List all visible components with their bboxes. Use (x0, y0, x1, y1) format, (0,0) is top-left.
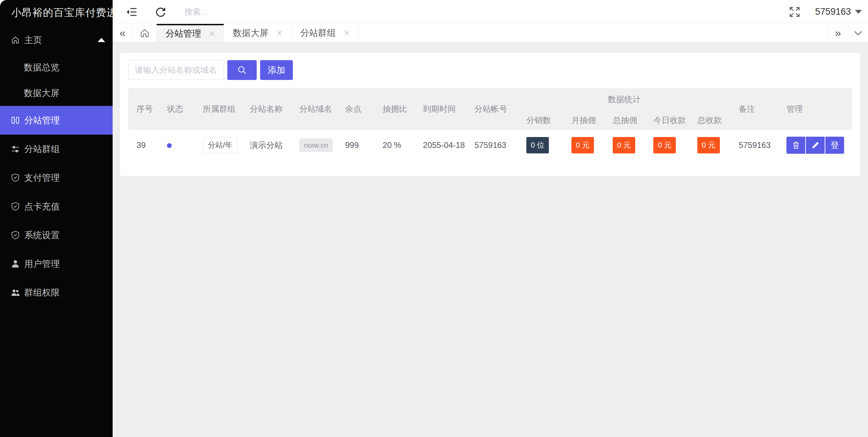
sidebar-item-user-manage[interactable]: 用户管理 (0, 249, 113, 278)
close-icon[interactable]: × (276, 28, 282, 38)
cell-month-commission: 0 元 (563, 130, 604, 161)
column-header-distributors: 分销数 (518, 111, 563, 130)
cell-ratio: 20 % (374, 130, 415, 161)
tabs-menu-icon[interactable] (848, 24, 868, 42)
cell-site-name: 演示分站 (242, 130, 291, 161)
topbar: 5759163 (113, 0, 868, 24)
table-row: 39 分站/年 演示分站 rxxw.cn 999 20 % 2055-04-18… (128, 130, 852, 161)
column-header-points: 余点 (337, 88, 374, 130)
sidebar-item-data-screen[interactable]: 数据大屏 (0, 80, 113, 106)
column-header-seq: 序号 (128, 88, 159, 130)
global-search-input[interactable] (184, 7, 286, 17)
brand-title: 小昂裕的百宝库付费进群 (0, 0, 113, 25)
edit-button[interactable] (806, 137, 825, 154)
shield-icon (11, 173, 20, 182)
tabs-scroll-right-icon[interactable]: » (828, 24, 848, 42)
column-header-site-name: 分站名称 (242, 88, 291, 130)
tab-label: 数据大屏 (233, 27, 268, 39)
column-header-remark: 备注 (730, 88, 778, 130)
sidebar-item-payment[interactable]: 支付管理 (0, 163, 113, 192)
column-header-group: 所属群组 (195, 88, 242, 130)
user-icon (11, 259, 20, 268)
distributors-badge: 0 位 (526, 137, 549, 153)
username: 5759163 (815, 6, 851, 17)
home-icon (11, 36, 20, 44)
cell-domain: rxxw.cn (291, 130, 337, 161)
content: 添加 序号 状态 所属群组 分站名称 (113, 42, 868, 437)
sidebar-item-label: 主页 (24, 34, 42, 46)
sidebar-item-label: 点卡充值 (24, 201, 60, 213)
sidebar-item-label: 数据总览 (24, 62, 59, 73)
sidebar-item-system-settings[interactable]: 系统设置 (0, 221, 113, 249)
refresh-icon[interactable] (154, 6, 167, 18)
cell-actions: 登 (778, 130, 852, 161)
action-button-group: 登 (786, 137, 844, 154)
sidebar-item-site-group[interactable]: 分站群组 (0, 135, 113, 163)
delete-button[interactable] (786, 137, 805, 154)
cell-expire: 2055-04-18 (415, 130, 466, 161)
column-header-domain: 分站域名 (291, 88, 337, 130)
site-manage-card: 添加 序号 状态 所属群组 分站名称 (120, 53, 860, 176)
status-dot (167, 143, 172, 148)
users-icon (11, 288, 20, 297)
collapse-caret-icon (98, 38, 105, 42)
sidebar-item-data-overview[interactable]: 数据总览 (0, 55, 113, 80)
shield-icon (11, 231, 20, 240)
sidebar-item-home[interactable]: 主页 (0, 25, 113, 55)
sidebar: 小昂裕的百宝库付费进群 主页 数据总览 数据大屏 分站管理 分站群组 (0, 0, 113, 437)
menu-fold-icon[interactable] (126, 6, 138, 18)
column-header-total-commission: 总抽佣 (604, 111, 645, 130)
fullscreen-icon[interactable] (788, 6, 801, 18)
app-window: 小昂裕的百宝库付费进群 主页 数据总览 数据大屏 分站管理 分站群组 (0, 0, 868, 437)
column-header-manage: 管理 (778, 88, 852, 130)
tab-site-manage[interactable]: 分站管理 × (157, 24, 224, 42)
tabbar-spacer (359, 24, 828, 42)
cell-today-income: 0 元 (645, 130, 689, 161)
trash-icon (792, 141, 800, 149)
site-search-input[interactable] (128, 60, 224, 80)
cell-account: 5759163 (466, 130, 518, 161)
sidebar-item-label: 分站群组 (24, 143, 60, 155)
tab-label: 分站群组 (300, 27, 336, 39)
home-tab[interactable] (133, 24, 157, 42)
search-icon (237, 65, 247, 75)
column-header-month-commission: 月抽佣 (563, 111, 604, 130)
sidebar-item-site-manage[interactable]: 分站管理 (0, 106, 113, 135)
cell-status (159, 130, 195, 161)
sidebar-item-label: 支付管理 (24, 172, 60, 184)
cell-points: 999 (337, 130, 374, 161)
total-income-badge: 0 元 (697, 137, 720, 153)
sidebar-item-card-recharge[interactable]: 点卡充值 (0, 192, 113, 221)
column-group-statistics: 数据统计 (518, 88, 730, 111)
close-icon[interactable]: × (209, 29, 215, 39)
column-header-status: 状态 (159, 88, 195, 130)
close-icon[interactable]: × (344, 28, 350, 38)
sidebar-item-label: 系统设置 (24, 229, 60, 241)
sidebar-item-label: 用户管理 (24, 258, 60, 270)
total-commission-badge: 0 元 (613, 137, 635, 153)
cell-total-commission: 0 元 (604, 130, 645, 161)
column-header-today-income: 今日收款 (645, 111, 689, 130)
tab-site-group[interactable]: 分站群组 × (291, 24, 359, 42)
cell-total-income: 0 元 (689, 130, 730, 161)
login-button[interactable]: 登 (825, 137, 844, 154)
user-menu[interactable]: 5759163 (815, 6, 862, 17)
sidebar-item-group-permission[interactable]: 群组权限 (0, 278, 113, 307)
chart-icon (11, 116, 20, 125)
main-area: 5759163 « 分站管理 × 数据大屏 × 分站群组 × (113, 0, 868, 437)
search-button[interactable] (227, 60, 257, 80)
domain-tag: rxxw.cn (299, 138, 333, 152)
add-button[interactable]: 添加 (260, 60, 293, 80)
tabs-scroll-left-icon[interactable]: « (113, 24, 133, 42)
today-income-badge: 0 元 (653, 137, 676, 153)
column-header-expire: 到期时间 (415, 88, 466, 130)
cell-remark: 5759163 (730, 130, 778, 161)
column-header-total-income: 总收款 (689, 111, 730, 130)
site-table: 序号 状态 所属群组 分站名称 分站域名 余点 抽拥比 到期时间 分站帐号 数据… (128, 88, 852, 161)
month-commission-badge: 0 元 (571, 137, 594, 153)
sidebar-item-label: 群组权限 (24, 287, 60, 299)
home-icon (140, 28, 150, 38)
cell-distributors: 0 位 (518, 130, 563, 161)
tab-data-screen[interactable]: 数据大屏 × (224, 24, 291, 42)
column-header-account: 分站帐号 (466, 88, 518, 130)
